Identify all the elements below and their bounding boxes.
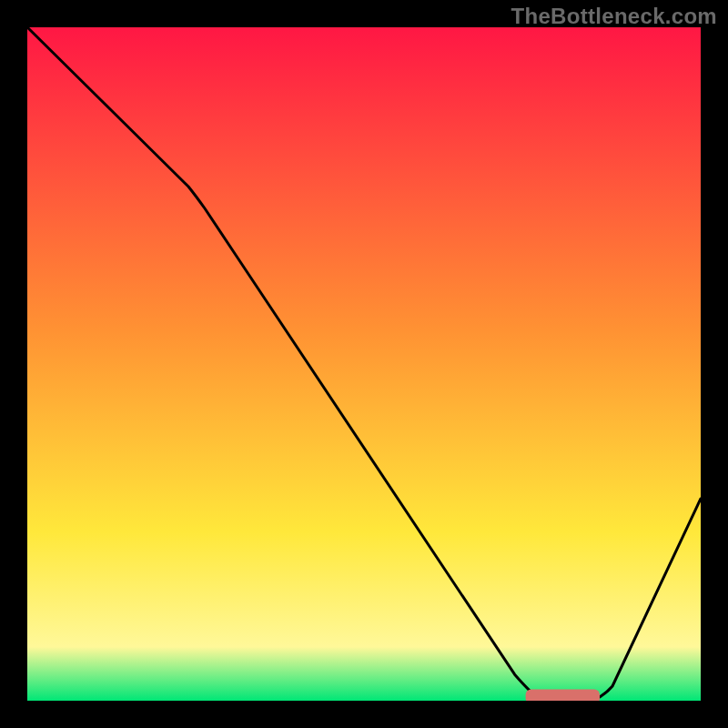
attribution-label: TheBottleneck.com [511,4,717,29]
chart-frame: TheBottleneck.com [0,0,728,728]
plot-svg [27,27,701,701]
plot-area [27,27,701,701]
optimum-marker [526,690,600,701]
